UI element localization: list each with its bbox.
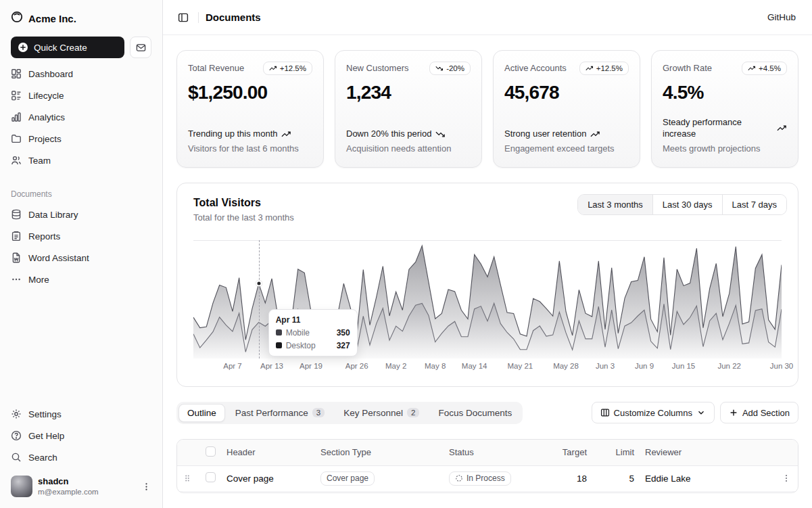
avatar — [11, 476, 32, 497]
column-header: Status — [444, 440, 545, 466]
sidebar-nav-documents: Data Library Reports Word Assistant More — [5, 202, 157, 292]
sidebar-nav-main: Dashboard Lifecycle Analytics Projects T… — [5, 61, 157, 173]
tab-outline[interactable]: Outline — [178, 404, 225, 422]
tab-key-personnel[interactable]: Key Personnel 2 — [335, 404, 428, 422]
stat-card-total-revenue: Total Revenue +12.5% $1,250.00 Trending … — [176, 50, 324, 168]
tab-past-performance[interactable]: Past Performance 3 — [226, 404, 333, 422]
sidebar-spacer — [5, 292, 157, 401]
github-link[interactable]: GitHub — [767, 12, 796, 22]
reviewer-cell[interactable]: Eddie Lake — [640, 491, 768, 493]
visitors-chart: Apr 7Apr 13Apr 19Apr 26May 2May 8May 14M… — [193, 240, 782, 377]
sidebar-item-label: Dashboard — [28, 69, 73, 79]
tab-count-badge: 2 — [407, 408, 419, 417]
sidebar-item-team[interactable]: Team — [5, 150, 157, 170]
table-header-row: Header Section Type Status Target Limit … — [177, 440, 798, 466]
stat-value: 1,234 — [346, 82, 471, 103]
topbar-divider — [198, 12, 199, 23]
range-last-3-months[interactable]: Last 3 months — [578, 195, 652, 214]
sidebar-item-get-help[interactable]: Get Help — [5, 425, 157, 446]
stat-cards-row: Total Revenue +12.5% $1,250.00 Trending … — [176, 50, 798, 168]
sidebar-item-analytics[interactable]: Analytics — [5, 107, 157, 127]
sidebar-item-data-library[interactable]: Data Library — [5, 204, 157, 225]
sidebar-item-search[interactable]: Search — [5, 447, 157, 467]
trending-up-icon — [586, 64, 594, 72]
chart-tooltip: Apr 11 Mobile 350 Desktop 327 — [268, 309, 358, 356]
analytics-icon — [11, 112, 22, 122]
trending-up-icon — [590, 129, 600, 139]
acme-logo-icon — [11, 11, 23, 26]
x-tick-label: May 2 — [385, 362, 406, 370]
trending-down-icon — [435, 64, 444, 72]
sidebar-item-label: More — [28, 275, 49, 285]
app-root: Acme Inc. Quick Create Dashboard — [0, 0, 812, 508]
tabs-row: Outline Past Performance 3 Key Personnel… — [176, 402, 798, 424]
x-tick-label: Apr 19 — [300, 362, 323, 370]
stat-card-growth-rate: Growth Rate +4.5% 4.5% Steady performanc… — [651, 50, 798, 168]
x-tick-label: May 28 — [553, 362, 579, 370]
row-header-cell[interactable]: Table of contents — [221, 491, 315, 493]
limit-cell[interactable]: 24 — [592, 491, 640, 493]
stat-title: Growth Rate — [663, 62, 712, 73]
inbox-button[interactable] — [130, 37, 151, 58]
column-header: Limit — [592, 440, 640, 466]
target-cell[interactable]: 18 — [545, 465, 592, 491]
sidebar-item-label: Lifecycle — [28, 91, 64, 101]
quick-create-row: Quick Create — [5, 31, 157, 61]
column-header: Section Type — [315, 440, 444, 466]
circle-plus-icon — [18, 42, 28, 53]
tooltip-row-mobile: Mobile 350 — [276, 328, 350, 338]
trending-up-icon — [748, 64, 756, 72]
sidebar-item-settings[interactable]: Settings — [5, 404, 157, 424]
trending-up-icon — [777, 123, 787, 133]
customize-columns-button[interactable]: Customize Columns — [592, 402, 715, 423]
limit-cell[interactable]: 5 — [592, 465, 640, 491]
reviewer-cell[interactable]: Eddie Lake — [640, 465, 768, 491]
stat-card-new-customers: New Customers -20% 1,234 Down 20% this p… — [335, 50, 482, 168]
row-menu-button[interactable] — [780, 472, 792, 484]
user-row[interactable]: shadcn m@example.com — [5, 470, 157, 503]
table-row: Table of contents Table of contents Done… — [177, 491, 798, 493]
x-tick-label: Jun 3 — [596, 362, 615, 370]
brand[interactable]: Acme Inc. — [5, 5, 157, 31]
sidebar-item-reports[interactable]: Reports — [5, 226, 157, 246]
row-checkbox[interactable] — [206, 472, 216, 482]
stat-value: $1,250.00 — [188, 82, 312, 103]
column-header: Target — [545, 440, 592, 466]
sidebar-toggle-button[interactable] — [175, 9, 191, 26]
row-header-cell[interactable]: Cover page — [221, 465, 315, 491]
tooltip-row-desktop: Desktop 327 — [276, 341, 350, 350]
sidebar-item-lifecycle[interactable]: Lifecycle — [5, 85, 157, 106]
user-menu-button[interactable] — [141, 482, 151, 492]
trend-badge: +4.5% — [742, 62, 787, 75]
table-actions: Customize Columns Add Section — [592, 402, 798, 423]
trend-badge: +12.5% — [263, 62, 312, 75]
range-last-30-days[interactable]: Last 30 days — [652, 195, 722, 214]
sidebar-item-dashboard[interactable]: Dashboard — [5, 64, 157, 84]
sidebar-section-documents: Documents — [5, 185, 157, 202]
drag-handle[interactable] — [183, 474, 195, 483]
x-tick-label: Apr 13 — [260, 362, 283, 370]
total-visitors-card: Total Visitors Total for the last 3 mont… — [176, 183, 798, 387]
sidebar-item-label: Word Assistant — [28, 253, 89, 263]
sidebar-item-more[interactable]: More — [5, 269, 157, 290]
sidebar-item-word-assistant[interactable]: Word Assistant — [5, 248, 157, 268]
sidebar-item-label: Reports — [28, 231, 60, 241]
select-all-header — [200, 440, 221, 466]
range-toggle-group: Last 3 months Last 30 days Last 7 days — [577, 194, 787, 215]
add-section-button[interactable]: Add Section — [720, 402, 798, 423]
sidebar-item-projects[interactable]: Projects — [5, 129, 157, 149]
trending-down-icon — [435, 129, 446, 139]
select-all-checkbox[interactable] — [206, 446, 216, 457]
search-icon — [11, 452, 22, 463]
columns-icon — [600, 408, 610, 417]
chevron-down-icon — [696, 408, 706, 417]
tab-focus-documents[interactable]: Focus Documents — [429, 404, 521, 422]
stat-title: Total Revenue — [188, 62, 244, 73]
stat-card-active-accounts: Active Accounts +12.5% 45,678 Strong use… — [493, 50, 640, 168]
range-last-7-days[interactable]: Last 7 days — [722, 195, 787, 214]
x-tick-label: Jun 30 — [770, 362, 794, 370]
quick-create-button[interactable]: Quick Create — [11, 37, 124, 58]
column-header: Reviewer — [640, 440, 768, 466]
target-cell[interactable]: 29 — [545, 491, 592, 493]
dots-vertical-icon — [141, 482, 151, 492]
